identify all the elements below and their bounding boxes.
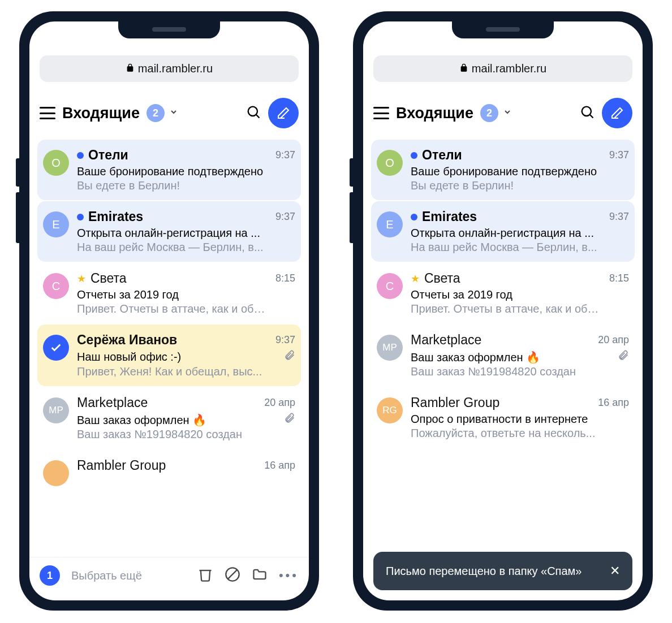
preview: Привет. Отчеты в аттаче, как и об…	[411, 302, 629, 315]
preview: Привет. Отчеты в аттаче, как и об…	[77, 302, 295, 315]
unread-dot-icon	[411, 214, 417, 220]
time: 9:37	[609, 211, 629, 223]
time: 9:37	[275, 211, 295, 223]
menu-icon[interactable]	[40, 107, 55, 119]
url-text: mail.rambler.ru	[472, 62, 546, 75]
subject: Отчеты за 2019 год	[411, 288, 629, 301]
email-row[interactable]: Rambler Group 16 апр	[37, 450, 301, 494]
avatar[interactable]: RG	[377, 397, 403, 423]
menu-icon[interactable]	[373, 107, 389, 119]
email-row[interactable]: MP Marketplace 20 апр Ваш заказ оформлен…	[37, 387, 301, 449]
header: Входящие 2	[29, 92, 309, 140]
avatar[interactable]: О	[43, 150, 69, 176]
star-icon[interactable]: ★	[411, 272, 420, 285]
folder-icon[interactable]	[252, 566, 268, 585]
screen-left: mail.rambler.ru Входящие 2 О	[29, 21, 309, 600]
subject: Открыта онлайн-регистрация на ...	[411, 227, 629, 240]
time: 20 апр	[598, 334, 629, 346]
email-row[interactable]: С ★ Света 8:15 Отчеты за 2019 год Привет…	[371, 263, 635, 323]
subject: Отчеты за 2019 год	[77, 288, 295, 301]
avatar[interactable]: MP	[377, 335, 403, 361]
url-bar[interactable]: mail.rambler.ru	[40, 55, 299, 82]
phone-left: mail.rambler.ru Входящие 2 О	[19, 11, 319, 611]
email-row[interactable]: E Emirates 9:37 Открыта онлайн-регистрац…	[37, 201, 301, 262]
email-row-selected[interactable]: Серёжа Иванов 9:37 Наш новый офис :-) Пр…	[37, 325, 301, 386]
time: 20 апр	[264, 397, 295, 409]
search-icon[interactable]	[245, 104, 261, 122]
compose-button[interactable]	[602, 98, 632, 128]
time: 8:15	[275, 272, 295, 284]
compose-button[interactable]	[268, 98, 299, 128]
delete-icon[interactable]	[197, 566, 213, 585]
sender: Marketplace	[411, 332, 593, 348]
sender: Rambler Group	[411, 395, 593, 410]
preview: Вы едете в Берлин!	[411, 179, 629, 192]
chevron-down-icon[interactable]	[169, 107, 178, 119]
sender: Marketplace	[77, 395, 260, 410]
preview: Пожалуйста, ответьте на несколь...	[411, 427, 629, 440]
speaker	[152, 27, 186, 32]
email-row[interactable]: О Отели 9:37 Ваше бронирование подтвержд…	[37, 140, 301, 200]
avatar[interactable]: О	[377, 150, 403, 176]
subject: Ваш заказ оформлен 🔥	[77, 413, 295, 427]
subject: Открыта онлайн-регистрация на ...	[77, 227, 295, 240]
attachment-icon	[284, 413, 295, 427]
sender: Rambler Group	[77, 458, 260, 473]
star-icon[interactable]: ★	[77, 272, 86, 285]
select-more-button[interactable]: Выбрать ещё	[71, 569, 142, 582]
unread-dot-icon	[77, 152, 84, 159]
avatar[interactable]: E	[377, 211, 403, 237]
preview: Ваш заказ №191984820 создан	[77, 428, 295, 441]
sender: Света	[424, 271, 605, 286]
email-list-right[interactable]: О Отели 9:37 Ваше бронирование подтвержд…	[363, 140, 643, 600]
email-list-left[interactable]: О Отели 9:37 Ваше бронирование подтвержд…	[29, 140, 309, 557]
avatar[interactable]: С	[43, 273, 69, 299]
preview: Привет, Женя! Как и обещал, выс...	[77, 365, 295, 378]
preview: Ваш заказ №191984820 создан	[411, 365, 629, 378]
checkmark-icon[interactable]	[43, 335, 69, 361]
toast-text: Письмо перемещено в папку «Спам»	[386, 563, 603, 579]
folder-title[interactable]: Входящие	[396, 105, 473, 122]
avatar[interactable]: E	[43, 211, 69, 237]
url-bar[interactable]: mail.rambler.ru	[373, 55, 632, 82]
screen-right: mail.rambler.ru Входящие 2 О	[363, 21, 643, 600]
preview: Вы едете в Берлин!	[77, 179, 295, 192]
svg-line-4	[228, 570, 237, 579]
svg-line-6	[590, 115, 593, 118]
sender: Серёжа Иванов	[77, 332, 271, 348]
email-row[interactable]: RG Rambler Group 16 апр Опрос о приватно…	[371, 387, 635, 448]
avatar[interactable]: С	[377, 273, 403, 299]
preview: На ваш рейс Москва — Берлин, в...	[411, 241, 629, 254]
search-icon[interactable]	[579, 104, 595, 122]
time: 9:37	[609, 149, 629, 161]
url-text: mail.rambler.ru	[138, 62, 213, 75]
email-row[interactable]: E Emirates 9:37 Открыта онлайн-регистрац…	[371, 201, 635, 262]
sender: Света	[91, 271, 271, 286]
time: 8:15	[609, 272, 629, 284]
subject: Ваш заказ оформлен 🔥	[411, 350, 629, 364]
sender: Отели	[88, 148, 271, 163]
speaker	[486, 27, 520, 32]
unread-dot-icon	[77, 214, 84, 220]
unread-badge: 2	[480, 104, 498, 122]
preview: На ваш рейс Москва — Берлин, в...	[77, 241, 295, 254]
spam-icon[interactable]	[225, 566, 240, 585]
avatar[interactable]	[43, 460, 69, 486]
selected-count[interactable]: 1	[40, 565, 60, 586]
time: 9:37	[275, 334, 295, 346]
chevron-down-icon[interactable]	[503, 107, 512, 119]
subject: Ваше бронирование подтверждено	[77, 165, 295, 178]
avatar[interactable]: MP	[43, 397, 69, 423]
folder-title[interactable]: Входящие	[62, 105, 140, 122]
email-row[interactable]: С ★ Света 8:15 Отчеты за 2019 год Привет…	[37, 263, 301, 323]
more-icon[interactable]: •••	[279, 568, 299, 583]
lock-icon	[459, 62, 468, 75]
subject: Ваше бронирование подтверждено	[411, 165, 629, 178]
email-row[interactable]: MP Marketplace 20 апр Ваш заказ оформлен…	[371, 325, 635, 386]
attachment-icon	[618, 350, 629, 364]
phone-right: mail.rambler.ru Входящие 2 О	[353, 11, 653, 611]
close-icon[interactable]: ✕	[610, 564, 620, 578]
selection-toolbar: 1 Выбрать ещё •••	[29, 557, 309, 600]
email-row[interactable]: О Отели 9:37 Ваше бронирование подтвержд…	[371, 140, 635, 200]
svg-point-5	[582, 107, 591, 116]
